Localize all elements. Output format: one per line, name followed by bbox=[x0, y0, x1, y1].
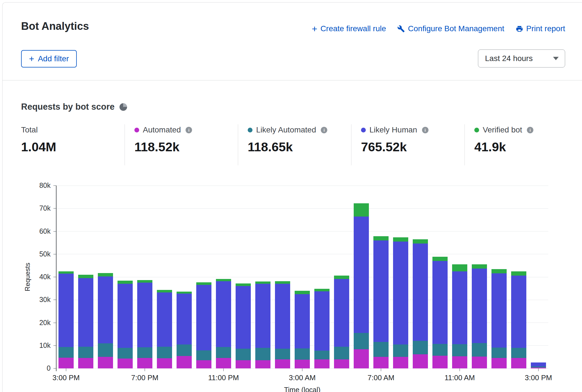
bar-verified-bot[interactable] bbox=[472, 264, 487, 269]
print-report-link[interactable]: Print report bbox=[516, 24, 565, 33]
bar-likely-automated[interactable] bbox=[157, 347, 172, 358]
bar-likely-automated[interactable] bbox=[236, 349, 251, 360]
bar-likely-automated[interactable] bbox=[393, 344, 409, 357]
bar-automated[interactable] bbox=[78, 358, 94, 368]
bar-automated[interactable] bbox=[354, 349, 369, 368]
bar-likely-automated[interactable] bbox=[511, 348, 527, 358]
bar-verified-bot[interactable] bbox=[255, 281, 271, 284]
bar-likely-human[interactable] bbox=[295, 294, 310, 348]
bar-likely-human[interactable] bbox=[511, 276, 527, 348]
bar-likely-human[interactable] bbox=[78, 278, 94, 347]
bar-likely-automated[interactable] bbox=[413, 341, 428, 354]
bar-likely-human[interactable] bbox=[196, 285, 212, 350]
bar-likely-automated[interactable] bbox=[78, 347, 94, 358]
bar-automated[interactable] bbox=[295, 360, 310, 368]
bar-verified-bot[interactable] bbox=[334, 276, 349, 279]
create-firewall-rule-link[interactable]: + Create firewall rule bbox=[312, 24, 386, 33]
bar-automated[interactable] bbox=[98, 357, 113, 368]
bar-verified-bot[interactable] bbox=[393, 237, 409, 242]
bar-likely-human[interactable] bbox=[452, 271, 468, 344]
bar-verified-bot[interactable] bbox=[295, 291, 310, 294]
bar-verified-bot[interactable] bbox=[98, 273, 113, 276]
bar-likely-automated[interactable] bbox=[137, 347, 153, 358]
bar-likely-automated[interactable] bbox=[491, 348, 507, 358]
bar-automated[interactable] bbox=[236, 360, 251, 368]
bar-likely-human[interactable] bbox=[354, 217, 369, 333]
bar-likely-automated[interactable] bbox=[196, 350, 212, 360]
bar-automated[interactable] bbox=[413, 354, 428, 368]
bar-verified-bot[interactable] bbox=[118, 281, 133, 284]
bar-likely-human[interactable] bbox=[118, 284, 133, 348]
bar-likely-human[interactable] bbox=[432, 261, 448, 344]
bar-verified-bot[interactable] bbox=[216, 279, 231, 281]
bar-automated[interactable] bbox=[511, 358, 527, 368]
bar-verified-bot[interactable] bbox=[157, 290, 172, 292]
bar-automated[interactable] bbox=[373, 357, 389, 368]
bar-automated[interactable] bbox=[432, 356, 448, 369]
bar-likely-automated[interactable] bbox=[452, 344, 468, 356]
bar-automated[interactable] bbox=[314, 359, 330, 369]
bar-likely-human[interactable] bbox=[157, 292, 172, 347]
bar-automated[interactable] bbox=[393, 357, 409, 368]
bar-likely-automated[interactable] bbox=[373, 342, 389, 357]
bar-likely-human[interactable] bbox=[177, 294, 192, 344]
bar-automated[interactable] bbox=[196, 360, 212, 368]
bar-automated[interactable] bbox=[452, 356, 468, 368]
info-icon[interactable]: i bbox=[321, 127, 327, 133]
bar-likely-human[interactable] bbox=[216, 281, 231, 347]
bar-verified-bot[interactable] bbox=[491, 269, 507, 273]
bar-likely-human[interactable] bbox=[137, 283, 153, 347]
bar-likely-human[interactable] bbox=[58, 274, 74, 347]
bar-likely-human[interactable] bbox=[255, 284, 271, 348]
bar-verified-bot[interactable] bbox=[413, 239, 428, 244]
bar-verified-bot[interactable] bbox=[432, 257, 448, 261]
bar-likely-automated[interactable] bbox=[98, 343, 113, 357]
bar-verified-bot[interactable] bbox=[58, 271, 74, 274]
bar-likely-automated[interactable] bbox=[275, 349, 290, 359]
bar-verified-bot[interactable] bbox=[354, 203, 369, 216]
bar-likely-automated[interactable] bbox=[58, 347, 74, 357]
configure-bot-management-link[interactable]: Configure Bot Management bbox=[397, 24, 504, 33]
bar-likely-human[interactable] bbox=[531, 362, 546, 366]
bar-likely-automated[interactable] bbox=[177, 344, 192, 356]
bar-verified-bot[interactable] bbox=[452, 264, 468, 271]
bar-automated[interactable] bbox=[275, 359, 290, 368]
bar-automated[interactable] bbox=[216, 358, 231, 368]
add-filter-button[interactable]: + Add filter bbox=[21, 50, 77, 67]
info-icon[interactable]: i bbox=[527, 127, 533, 133]
bar-likely-human[interactable] bbox=[334, 279, 349, 347]
bar-verified-bot[interactable] bbox=[275, 281, 290, 283]
bar-automated[interactable] bbox=[137, 358, 153, 368]
bar-likely-automated[interactable] bbox=[531, 366, 546, 368]
bar-likely-automated[interactable] bbox=[334, 347, 349, 360]
bar-likely-human[interactable] bbox=[236, 286, 251, 349]
bar-verified-bot[interactable] bbox=[373, 236, 389, 240]
bar-likely-human[interactable] bbox=[393, 242, 409, 344]
bar-verified-bot[interactable] bbox=[177, 292, 192, 294]
bar-automated[interactable] bbox=[334, 359, 349, 368]
bar-automated[interactable] bbox=[58, 358, 74, 368]
bar-likely-human[interactable] bbox=[314, 291, 330, 351]
bar-likely-automated[interactable] bbox=[255, 348, 271, 360]
bar-likely-human[interactable] bbox=[275, 284, 290, 349]
bar-likely-automated[interactable] bbox=[216, 347, 231, 358]
bar-likely-automated[interactable] bbox=[354, 333, 369, 349]
bar-verified-bot[interactable] bbox=[511, 271, 527, 276]
bar-automated[interactable] bbox=[177, 356, 192, 368]
bar-automated[interactable] bbox=[491, 358, 507, 368]
info-icon[interactable]: i bbox=[186, 127, 192, 133]
info-icon[interactable]: i bbox=[422, 127, 428, 133]
bar-likely-human[interactable] bbox=[472, 269, 487, 343]
bar-likely-automated[interactable] bbox=[295, 348, 310, 360]
bar-verified-bot[interactable] bbox=[314, 289, 330, 291]
bar-automated[interactable] bbox=[472, 357, 487, 368]
bar-likely-human[interactable] bbox=[413, 244, 428, 341]
bar-likely-automated[interactable] bbox=[432, 344, 448, 355]
bar-likely-automated[interactable] bbox=[118, 348, 133, 359]
bar-likely-automated[interactable] bbox=[472, 343, 487, 357]
time-range-select[interactable]: Last 24 hours bbox=[478, 49, 565, 67]
bar-likely-human[interactable] bbox=[491, 273, 507, 348]
bar-verified-bot[interactable] bbox=[78, 275, 94, 278]
bar-automated[interactable] bbox=[157, 358, 172, 368]
bar-verified-bot[interactable] bbox=[196, 282, 212, 285]
